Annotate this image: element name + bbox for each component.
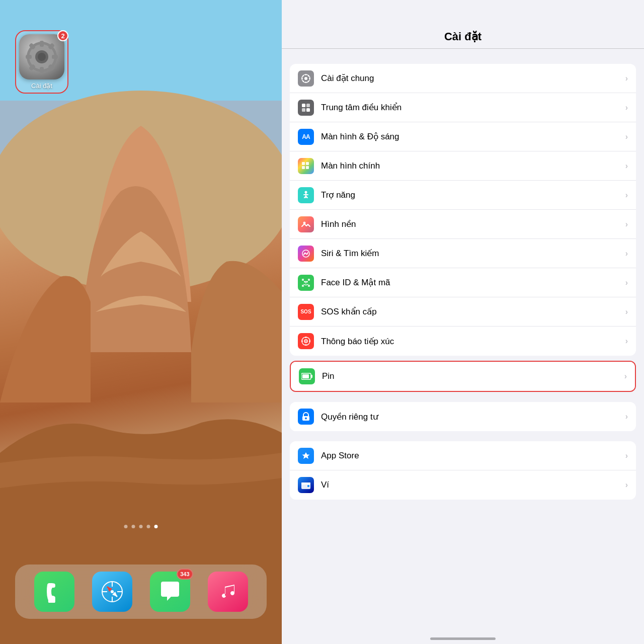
svg-rect-7 [40,67,44,73]
messages-badge: 343 [177,569,193,580]
settings-item-general[interactable]: Cài đặt chung › [290,64,636,93]
display-icon: AA [298,129,314,145]
dock-safari[interactable] [92,572,132,612]
siri-icon [298,246,314,262]
settings-item-appstore[interactable]: App Store › [290,441,636,470]
wallet-label: Ví [321,480,625,490]
svg-rect-47 [302,285,304,287]
siri-chevron: › [625,249,628,258]
svg-rect-37 [306,108,310,112]
dot-2 [132,525,135,528]
battery-chevron: › [624,372,627,381]
home-indicator [430,637,496,640]
svg-rect-26 [305,74,306,75]
svg-rect-46 [308,279,310,281]
svg-rect-41 [306,166,309,169]
settings-item-display[interactable]: AA Màn hình & Độ sáng › [290,122,636,151]
settings-item-wallet[interactable]: Ví › [290,470,636,500]
dock-phone[interactable] [34,572,74,612]
control-icon [298,100,314,116]
settings-item-faceid[interactable]: Face ID & Mật mã › [290,268,636,297]
svg-rect-48 [308,285,310,287]
settings-item-homescreen[interactable]: Màn hình chính › [290,151,636,181]
control-label: Trung tâm điều khiển [321,102,625,113]
svg-rect-66 [307,485,309,487]
svg-rect-65 [301,482,310,485]
settings-item-accessibility[interactable]: Trợ năng › [290,181,636,210]
settings-item-siri[interactable]: Siri & Tìm kiếm › [290,239,636,268]
svg-rect-39 [306,162,309,165]
display-chevron: › [625,132,628,141]
settings-item-control[interactable]: Trung tâm điều khiển › [290,93,636,122]
svg-point-57 [301,341,303,342]
settings-item-contact[interactable]: Thông báo tiếp xúc › [290,327,636,356]
svg-rect-6 [40,41,44,47]
settings-item-privacy[interactable]: Quyền riêng tư › [290,402,636,431]
accessibility-label: Trợ năng [321,190,625,200]
contact-icon [298,333,314,349]
settings-badge: 2 [57,30,68,41]
settings-group-privacy: Quyền riêng tư › [290,402,636,431]
homescreen-chevron: › [625,162,628,171]
svg-point-42 [305,191,307,193]
sos-icon: SOS [298,304,314,320]
settings-item-battery[interactable]: Pin › [291,362,635,391]
contact-chevron: › [625,337,628,346]
settings-list: Cài đặt chung › Trung tâm điều khiển › [282,49,644,633]
dock-music[interactable] [208,572,248,612]
dot-4 [147,525,150,528]
wallpaper-label: Hình nền [321,219,625,229]
appstore-label: App Store [321,451,625,461]
svg-rect-40 [302,166,305,169]
dot-5-active [154,525,158,528]
faceid-label: Face ID & Mật mã [321,277,625,288]
page-dots [124,525,158,528]
settings-item-wallpaper[interactable]: Hình nền › [290,210,636,239]
wallet-chevron: › [625,480,628,490]
svg-point-17 [111,590,114,593]
faceid-chevron: › [625,278,628,287]
app-dock: 343 [15,565,267,619]
settings-item-sos[interactable]: SOS SOS khẩn cấp › [290,297,636,327]
pin-item-wrapper: Pin › [290,361,636,392]
battery-icon [299,368,315,384]
dot-1 [124,525,128,528]
settings-app-icon-container[interactable]: 2 Cài đặt [15,30,68,94]
settings-group-main: Cài đặt chung › Trung tâm điều khiển › [290,64,636,356]
svg-rect-9 [52,55,58,59]
svg-rect-45 [302,279,304,281]
svg-point-58 [309,341,310,342]
wallpaper-bg [0,0,282,644]
dot-3 [139,525,143,528]
privacy-chevron: › [625,412,628,421]
privacy-label: Quyền riêng tư [321,412,625,422]
svg-point-54 [305,341,306,342]
svg-rect-36 [302,108,305,112]
privacy-icon [298,409,314,425]
contact-label: Thông báo tiếp xúc [321,336,625,347]
svg-point-50 [306,281,308,282]
general-chevron: › [625,74,628,83]
settings-app-label: Cài đặt [31,82,52,90]
homescreen-icon [298,158,314,174]
svg-rect-28 [301,78,303,79]
display-label: Màn hình & Độ sáng [321,131,625,142]
appstore-chevron: › [625,451,628,460]
settings-app-icon[interactable]: 2 [19,34,64,79]
dock-messages[interactable]: 343 [150,572,190,612]
general-icon [298,70,314,87]
siri-label: Siri & Tìm kiếm [321,248,625,259]
accessibility-chevron: › [625,191,628,200]
appstore-icon [298,448,314,464]
svg-point-56 [305,344,307,346]
battery-label: Pin [322,371,624,381]
wallpaper-icon [298,216,314,232]
svg-point-25 [304,77,307,80]
iphone-home-screen: 2 Cài đặt [0,0,282,644]
svg-point-15 [38,53,46,61]
svg-rect-60 [311,375,312,378]
svg-point-63 [305,418,307,420]
general-label: Cài đặt chung [321,73,625,84]
wallpaper-chevron: › [625,220,628,229]
sos-chevron: › [625,307,628,316]
